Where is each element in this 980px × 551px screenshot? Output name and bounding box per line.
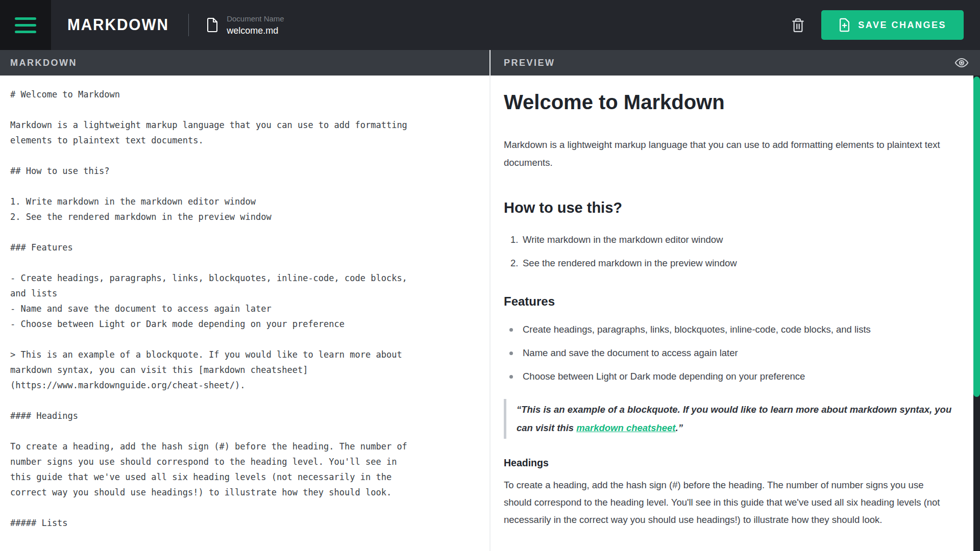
blockquote-text-after: .” <box>676 422 683 433</box>
save-changes-label: SAVE CHANGES <box>858 20 946 31</box>
file-plus-icon <box>839 18 850 32</box>
markdown-cheatsheet-link[interactable]: markdown cheatsheet <box>576 422 675 433</box>
preview-scrollbar-track[interactable] <box>973 76 980 551</box>
document-name-field[interactable]: Document Name welcome.md <box>206 14 284 36</box>
list-item: See the rendered markdown in the preview… <box>504 254 953 272</box>
document-name-label: Document Name <box>227 14 284 23</box>
list-item: Name and save the document to access aga… <box>504 344 953 362</box>
list-item: Write markdown in the markdown editor wi… <box>504 231 953 249</box>
toggle-preview-button[interactable] <box>954 57 969 68</box>
editor-content[interactable]: # Welcome to Markdown Markdown is a ligh… <box>0 76 489 531</box>
preview-h2-how-to: How to use this? <box>504 198 953 217</box>
panel-divider <box>489 50 491 551</box>
preview-scrollbar-thumb[interactable] <box>973 77 980 397</box>
app-logo: MARKDOWN <box>67 16 169 34</box>
preview-panel-header: PREVIEW <box>491 50 980 76</box>
preview-bullet-list: Create headings, paragraphs, links, bloc… <box>504 320 953 386</box>
header-divider <box>188 14 189 36</box>
preview-panel-title: PREVIEW <box>504 58 555 68</box>
markdown-app: MARKDOWN Document Name welcome.md <box>0 0 980 551</box>
preview-ordered-list: Write markdown in the markdown editor wi… <box>504 231 953 272</box>
list-item: Create headings, paragraphs, links, bloc… <box>504 320 953 339</box>
editor-panel-title: MARKDOWN <box>10 58 77 68</box>
markdown-preview: Welcome to Markdown Markdown is a lightw… <box>491 76 973 551</box>
preview-h4-headings: Headings <box>504 456 953 469</box>
preview-blockquote: “This is an example of a blockquote. If … <box>504 399 953 439</box>
markdown-editor[interactable]: # Welcome to Markdown Markdown is a ligh… <box>0 76 489 551</box>
save-changes-button[interactable]: SAVE CHANGES <box>821 10 964 40</box>
eye-icon <box>954 62 969 70</box>
delete-document-button[interactable] <box>791 17 805 33</box>
editor-panel-header: MARKDOWN <box>0 50 489 76</box>
preview-intro-paragraph: Markdown is a lightweight markup languag… <box>504 136 953 171</box>
file-icon <box>206 17 218 33</box>
preview-headings-paragraph: To create a heading, add the hash sign (… <box>504 477 953 529</box>
preview-h3-features: Features <box>504 294 953 309</box>
document-name-value[interactable]: welcome.md <box>227 26 284 36</box>
trash-icon <box>791 27 805 35</box>
list-item: Choose between Light or Dark mode depend… <box>504 367 953 386</box>
preview-h1: Welcome to Markdown <box>504 89 953 115</box>
menu-button[interactable] <box>0 0 51 50</box>
app-header: MARKDOWN Document Name welcome.md <box>0 0 980 50</box>
